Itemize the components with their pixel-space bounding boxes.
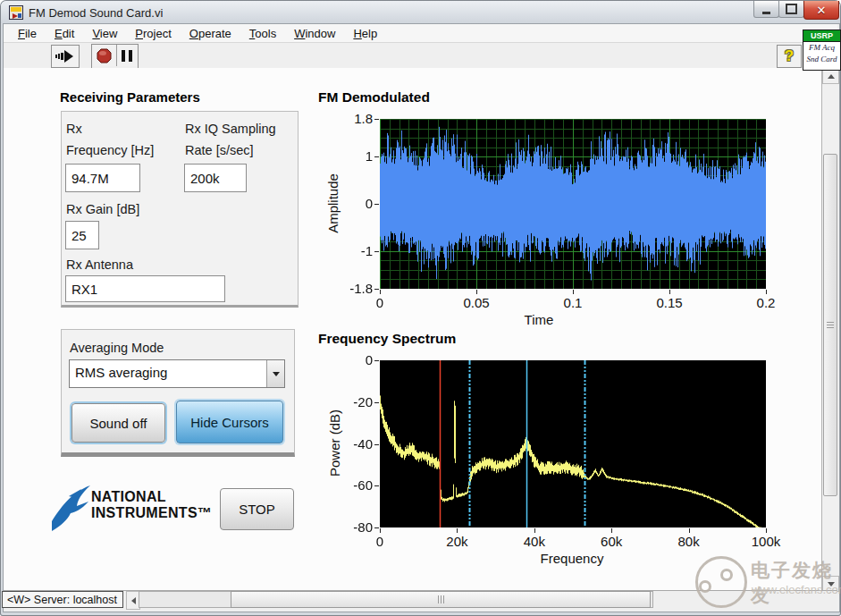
pause-icon: [122, 50, 125, 62]
chevron-down-icon: [273, 372, 280, 376]
time-axis-label: Time: [503, 312, 575, 327]
menu-file[interactable]: File: [9, 25, 46, 42]
menu-bar: File Edit View Project Operate Tools Win…: [4, 24, 837, 43]
rx-sampling-label: Rx IQ Sampling Rate [s/sec]: [185, 118, 276, 161]
x-tick-label: 0.15: [643, 295, 696, 310]
x-tick-label: 0: [353, 534, 407, 549]
rx-sampling-input[interactable]: [184, 164, 247, 192]
vi-icon-usrp: USRP FM Acq Snd Card: [803, 30, 841, 71]
app-window: FM Demod Sound Card.vi ✕ File Edit View …: [0, 0, 841, 616]
stop-button[interactable]: STOP: [220, 488, 294, 530]
x-tick-label: 60k: [584, 534, 638, 549]
x-tick-label: 100k: [739, 534, 793, 549]
y-tick-label: -40: [324, 436, 373, 451]
help-button[interactable]: ?: [777, 45, 802, 68]
x-tick-label: 0: [353, 295, 407, 310]
menu-operate[interactable]: Operate: [181, 25, 240, 42]
y-tick-label: 0: [324, 196, 373, 211]
rx-gain-label: Rx Gain [dB]: [66, 198, 139, 220]
menu-project[interactable]: Project: [126, 25, 180, 42]
rx-frequency-input[interactable]: [65, 164, 140, 192]
menu-edit[interactable]: Edit: [46, 25, 83, 42]
menu-view[interactable]: View: [83, 25, 126, 42]
x-tick-label: 80k: [662, 534, 716, 549]
vi-file-icon: [9, 5, 23, 20]
menu-tools[interactable]: Tools: [240, 25, 285, 42]
menu-help[interactable]: Help: [344, 25, 386, 42]
ni-logo-text: NATIONAL INSTRUMENTS™: [91, 489, 212, 521]
maximize-button[interactable]: [778, 1, 804, 18]
fm-demodulated-title: FM Demodulated: [318, 89, 430, 105]
x-tick-label: 0.2: [739, 295, 793, 310]
run-button[interactable]: [51, 45, 80, 68]
y-tick-label: -1: [324, 243, 373, 258]
vertical-scroll-thumb[interactable]: [823, 154, 837, 496]
x-tick-label: 0.05: [450, 295, 503, 310]
maximize-icon: [786, 4, 797, 14]
x-tick-label: 40k: [508, 534, 561, 549]
frequency-spectrum-graph[interactable]: [380, 360, 766, 531]
abort-icon: [97, 48, 112, 63]
ni-eagle-icon: [51, 484, 92, 532]
frequency-axis-label: Frequency: [518, 551, 626, 566]
rx-antenna-input[interactable]: [65, 275, 225, 302]
sound-off-button[interactable]: Sound off: [71, 403, 165, 443]
x-tick-label: 0.1: [546, 295, 600, 310]
close-icon: ✕: [817, 4, 827, 17]
x-tick-label: 20k: [430, 534, 484, 549]
y-tick-label: -20: [324, 394, 373, 409]
minimize-button[interactable]: [753, 1, 779, 18]
arrow-down-icon: [828, 582, 835, 586]
y-tick-label: -60: [324, 477, 373, 493]
arrow-up-icon: [828, 74, 835, 79]
pause-button[interactable]: [116, 45, 137, 66]
y-tick-label: 1.8: [324, 111, 373, 126]
receiving-parameters-title: Receiving Parameters: [60, 89, 200, 105]
y-tick-label: -80: [324, 519, 373, 535]
fm-demodulated-graph[interactable]: [380, 119, 766, 292]
y-tick-label: -1.8: [324, 281, 373, 296]
horizontal-scroll-thumb[interactable]: [231, 591, 651, 608]
rx-antenna-label: Rx Antenna: [66, 254, 133, 275]
close-button[interactable]: ✕: [803, 1, 839, 20]
run-icon: [55, 49, 75, 63]
help-icon: ?: [785, 47, 794, 65]
averaging-mode-label: Averaging Mode: [70, 337, 164, 359]
dropdown-button[interactable]: [266, 360, 284, 387]
title-bar[interactable]: FM Demod Sound Card.vi: [1, 1, 840, 23]
menu-window[interactable]: Window: [285, 25, 344, 42]
rx-gain-input[interactable]: [65, 221, 99, 249]
minimize-icon: [762, 12, 770, 14]
averaging-mode-value: RMS averaging: [70, 360, 266, 387]
hide-cursors-button[interactable]: Hide Cursors: [176, 401, 283, 443]
window-title: FM Demod Sound Card.vi: [29, 6, 163, 20]
abort-button[interactable]: [92, 45, 115, 66]
y-tick-label: 1: [324, 148, 373, 164]
server-status: <W> Server: localhost: [2, 591, 123, 608]
frequency-spectrum-title: Frequency Spectrum: [318, 331, 456, 347]
y-tick-label: 0: [324, 352, 373, 367]
averaging-mode-dropdown[interactable]: RMS averaging: [69, 359, 285, 388]
rx-frequency-label: Rx Frequency [Hz]: [66, 118, 154, 161]
arrow-left-icon: [131, 597, 136, 604]
vi-icon-header: USRP: [803, 30, 840, 42]
